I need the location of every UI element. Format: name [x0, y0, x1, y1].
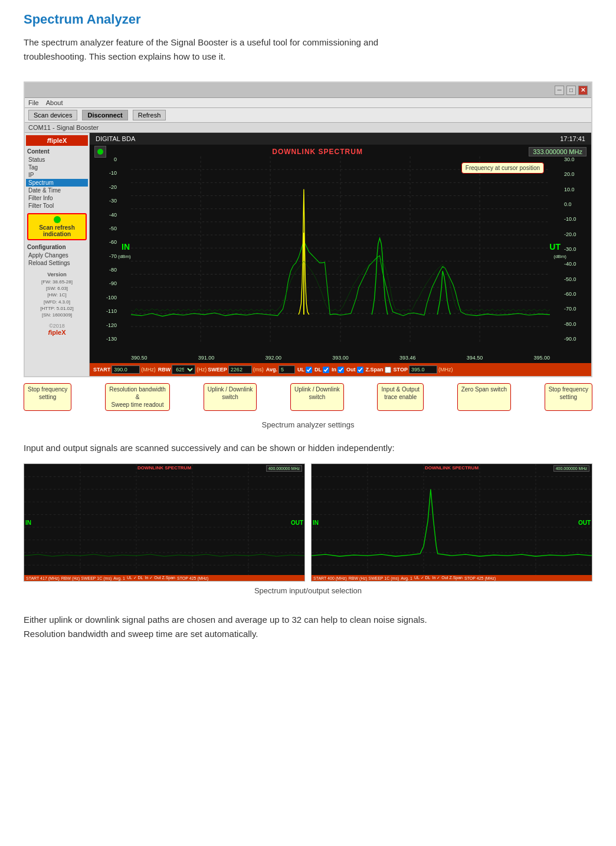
- annotation-zero-span: Zero Span switch: [457, 383, 511, 411]
- app-screenshot: ─ □ ✕ File About Scan devices Disconnect…: [24, 81, 592, 377]
- small-right-freq: 400.000000 MHz: [553, 465, 589, 472]
- rbw-label: RBW: [158, 367, 171, 373]
- scan-devices-button[interactable]: Scan devices: [28, 110, 77, 120]
- y-axis-left: 0 -10 -20 -30 -40 -50 -60 -70 -80 -90 -1…: [90, 156, 119, 342]
- minimize-button[interactable]: ─: [555, 86, 564, 95]
- zspan-label: Z.Span: [366, 367, 384, 373]
- small-right-out: OUT: [578, 520, 591, 526]
- out-ctrl-label: Out: [346, 367, 356, 373]
- annotation-stop-freq: Stop frequencysetting: [24, 383, 71, 411]
- small-right-in: IN: [313, 520, 319, 526]
- com-bar: COM11 - Signal Booster: [25, 123, 591, 133]
- stop-freq-group: STOP (MHz): [394, 365, 453, 374]
- small-right-title: DOWNLINK SPECTRUM: [425, 465, 479, 471]
- app-content: ffipleX Content Status Tag IP Spectrum D…: [25, 133, 591, 376]
- grid-area: [131, 156, 550, 342]
- small-left-title: DOWNLINK SPECTRUM: [137, 465, 191, 471]
- sidebar-item-spectrum[interactable]: Spectrum: [26, 179, 88, 187]
- out-unit-label: (dBm): [553, 254, 566, 259]
- in-checkbox[interactable]: [338, 367, 344, 373]
- disconnect-button[interactable]: Disconnect: [82, 110, 127, 120]
- ul-checkbox[interactable]: [306, 367, 312, 373]
- maximize-button[interactable]: □: [566, 86, 576, 95]
- close-button[interactable]: ✕: [578, 86, 588, 95]
- screenshots-row: DOWNLINK SPECTRUM 400.000000 MHz IN OUT …: [24, 463, 592, 582]
- start-label: START: [93, 367, 110, 373]
- annotation-uplink-switch1: Uplink / Downlinkswitch: [204, 383, 257, 411]
- sidebar: ffipleX Content Status Tag IP Spectrum D…: [25, 133, 90, 376]
- small-left-out: OUT: [291, 520, 303, 526]
- small-right-controls: START 400 (MHz) RBW (Hz) SWEEP 1C (ms) A…: [312, 575, 592, 581]
- sidebar-item-filtertool[interactable]: Filter Tool: [26, 202, 88, 210]
- menu-about[interactable]: About: [46, 99, 63, 106]
- start-unit: (MHz): [141, 367, 156, 373]
- in-unit-label: (dBm): [118, 254, 131, 259]
- annotation-input-output: Input & Outputtrace enable: [377, 383, 424, 411]
- ul-group: UL: [297, 367, 312, 373]
- sidebar-footer: ©2018 fipleX: [26, 323, 88, 336]
- sidebar-item-tag[interactable]: Tag: [26, 164, 88, 171]
- menu-file[interactable]: File: [28, 99, 39, 106]
- dl-label: DL: [314, 367, 322, 373]
- stop-freq-input[interactable]: [409, 365, 437, 374]
- svg-rect-19: [24, 464, 304, 581]
- annotation-row: Stop frequencysetting Resolution bandwid…: [24, 383, 592, 411]
- sidebar-apply-changes[interactable]: Apply Changes: [26, 251, 88, 259]
- in-label: IN: [122, 242, 130, 251]
- dl-checkbox[interactable]: [323, 367, 329, 373]
- sweep-input[interactable]: [228, 365, 252, 374]
- y-axis-right: 30.0 20.0 10.0 0.0 -10.0 -20.0 -30.0 -40…: [562, 156, 591, 342]
- avg-label: Avg.: [266, 367, 277, 373]
- small-right-svg: [312, 464, 592, 581]
- in-ctrl-label: In: [332, 367, 336, 373]
- sweep-label: SWEEP: [208, 367, 227, 373]
- rbw-group: RBW 6250 (Hz) SWEEP (ms): [158, 365, 264, 374]
- title-bar: ─ □ ✕: [25, 83, 591, 98]
- x-axis: 390.50 391.00 392.00 393.00 393.46 394.5…: [131, 352, 550, 363]
- avg-input[interactable]: [278, 365, 295, 374]
- sidebar-item-filterinfo[interactable]: Filter Info: [26, 194, 88, 202]
- scan-refresh-indicator: Scan refreshindication: [27, 213, 87, 240]
- spectrum-display: DOWNLINK SPECTRUM 333.000000 MHz Frequen…: [90, 145, 591, 363]
- sidebar-item-datetime[interactable]: Date & Time: [26, 187, 88, 194]
- controls-bar: START (MHz) RBW 6250 (Hz) SWEEP (ms) Avg…: [90, 363, 591, 376]
- sidebar-version-title: Version: [27, 272, 87, 277]
- sidebar-item-status[interactable]: Status: [26, 156, 88, 164]
- small-left-freq: 400.000000 MHz: [266, 465, 302, 472]
- annotation-rbw-sweep: Resolution bandwidth &Sweep time readout: [105, 383, 170, 411]
- stop-label: STOP: [394, 367, 408, 373]
- sweep-unit: (ms): [253, 367, 264, 373]
- caption-1: Spectrum analyzer settings: [24, 420, 592, 429]
- sidebar-logo: ffipleX: [26, 135, 88, 146]
- sidebar-item-ip[interactable]: IP: [26, 171, 88, 179]
- sidebar-config-title: Configuration: [27, 244, 87, 250]
- dl-group: DL: [314, 367, 329, 373]
- out-group: Out: [346, 367, 363, 373]
- rbw-select[interactable]: 6250: [172, 365, 195, 374]
- start-freq-input[interactable]: [112, 365, 140, 374]
- small-left-in: IN: [25, 520, 31, 526]
- in-group: In: [332, 367, 344, 373]
- out-checkbox[interactable]: [357, 367, 363, 373]
- sidebar-section-content: Content: [27, 148, 87, 155]
- small-left-svg: [24, 464, 304, 581]
- bda-header: DIGITAL BDA 17:17:41: [90, 133, 591, 145]
- small-left-controls: START 417 (MHz) RBW (Hz) SWEEP 1C (ms) A…: [24, 575, 304, 581]
- toolbar: Scan devices Disconnect Refresh: [25, 108, 591, 123]
- com-label: COM11 - Signal Booster: [28, 124, 99, 131]
- zspan-checkbox[interactable]: [385, 367, 391, 373]
- spectrum-title-bar: DOWNLINK SPECTRUM 333.000000 MHz: [90, 145, 591, 159]
- window-buttons: ─ □ ✕: [555, 86, 588, 95]
- section-text: Input and output signals are scanned suc…: [24, 441, 448, 455]
- sidebar-footer-logo: fipleX: [26, 329, 88, 336]
- menu-bar: File About: [25, 98, 591, 108]
- zspan-group: Z.Span: [366, 367, 391, 373]
- refresh-button[interactable]: Refresh: [133, 110, 166, 120]
- sidebar-reload-settings[interactable]: Reload Settings: [26, 259, 88, 267]
- annotation-stop-freq2: Stop frequencysetting: [545, 383, 592, 411]
- bda-time-label: 17:17:41: [560, 135, 585, 142]
- svg-rect-32: [312, 464, 592, 581]
- spectrum-svg: [131, 156, 550, 342]
- small-screenshot-right: DOWNLINK SPECTRUM 400.000000 MHz IN OUT …: [311, 463, 592, 582]
- ul-label: UL: [297, 367, 304, 373]
